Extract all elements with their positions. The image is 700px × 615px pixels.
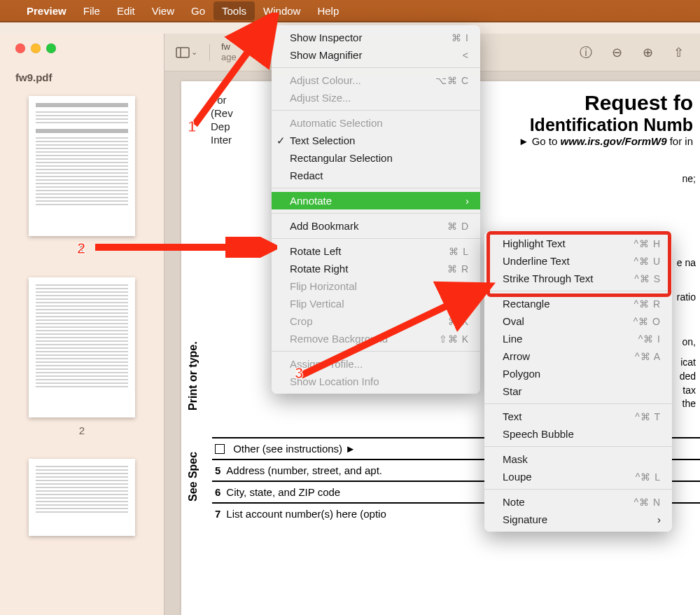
annotate-submenu: Highlight Text^⌘ HUnderline Text^⌘ UStri… — [484, 231, 672, 532]
menu-item-label: Oval — [503, 315, 524, 327]
annotate-item-signature[interactable]: Signature› — [484, 511, 672, 528]
share-button[interactable]: ⇧ — [666, 43, 690, 62]
menu-view[interactable]: View — [144, 1, 183, 20]
document-filename: fw9.pdf — [8, 69, 155, 96]
annotate-item-text[interactable]: Text^⌘ T — [484, 408, 672, 425]
shortcut-label: ^⌘ U — [617, 256, 661, 267]
tools-item-show-magnifier[interactable]: Show Magnifier< — [272, 46, 480, 64]
menu-item-label: Highlight Text — [503, 237, 566, 249]
annotate-item-rectangle[interactable]: Rectangle^⌘ R — [484, 295, 672, 312]
menu-item-label: Rotate Right — [290, 263, 348, 275]
menu-file[interactable]: File — [75, 1, 108, 20]
thumbnail-2-number: 2 — [8, 424, 155, 436]
tools-item-remove-background: Remove Background⇧⌘ K — [272, 330, 480, 347]
annotate-item-oval[interactable]: Oval^⌘ O — [484, 312, 672, 330]
tools-item-adjust-size-: Adjust Size... — [272, 89, 480, 106]
shortcut-label: ^⌘ A — [618, 351, 661, 362]
tools-item-adjust-colour-: Adjust Colour...⌥⌘ C — [272, 71, 480, 89]
menu-item-label: Text Selection — [290, 134, 355, 146]
annotate-item-loupe[interactable]: Loupe^⌘ L — [484, 468, 672, 485]
annotate-item-highlight-text[interactable]: Highlight Text^⌘ H — [484, 235, 672, 252]
thumbnail-3[interactable] — [8, 459, 155, 536]
annotate-item-strike-through-text[interactable]: Strike Through Text^⌘ S — [484, 270, 672, 287]
shortcut-label: ⇧⌘ K — [422, 333, 469, 345]
form-title-1: Request fo — [519, 91, 700, 115]
menu-item-label: Adjust Size... — [290, 92, 351, 104]
menu-item-label: Automatic Selection — [290, 117, 383, 129]
sidebar-icon — [176, 47, 190, 58]
shortcut-label: ⌘ R — [430, 263, 469, 275]
shortcut-label: ⌥⌘ C — [419, 75, 469, 86]
info-button[interactable]: ⓘ — [574, 43, 598, 62]
vertical-label-print: Print or type. — [187, 341, 200, 410]
minimize-window-button[interactable] — [31, 43, 41, 53]
tools-item-show-inspector[interactable]: Show Inspector⌘ I — [272, 29, 480, 46]
menu-item-label: Rectangular Selection — [290, 152, 393, 164]
shortcut-label: ^⌘ S — [617, 273, 661, 284]
annotate-item-underline-text[interactable]: Underline Text^⌘ U — [484, 252, 672, 270]
tools-item-crop: Crop⌘ K — [272, 312, 480, 330]
menu-item-label: Strike Through Text — [503, 272, 594, 284]
zoom-in-button[interactable]: ⊕ — [636, 43, 659, 62]
menu-item-label: Loupe — [503, 471, 532, 483]
annotate-item-speech-bubble[interactable]: Speech Bubble — [484, 425, 672, 443]
vertical-label-see: See Spec — [187, 452, 200, 502]
menu-help[interactable]: Help — [309, 1, 347, 20]
zoom-window-button[interactable] — [46, 43, 56, 53]
form-title-2: Identification Numb — [519, 115, 700, 135]
shortcut-label: ^⌘ H — [617, 238, 661, 249]
form-link-line: ► Go to www.irs.gov/FormW9 for in — [519, 135, 700, 147]
sidebar-toggle-button[interactable]: ⌄ — [174, 43, 198, 62]
tools-item-annotate[interactable]: Annotate› — [272, 192, 480, 209]
menu-item-label: Adjust Colour... — [290, 74, 361, 86]
tools-item-flip-vertical: Flip Vertical — [272, 295, 480, 312]
tools-item-rotate-left[interactable]: Rotate Left⌘ L — [272, 242, 480, 260]
menu-edit[interactable]: Edit — [108, 1, 144, 20]
zoom-out-button[interactable]: ⊖ — [605, 43, 629, 62]
shortcut-label: ⌘ D — [430, 221, 469, 232]
menu-item-label: Line — [503, 333, 522, 345]
close-window-button[interactable] — [15, 43, 25, 53]
shortcut-label: < — [446, 50, 469, 61]
menu-item-label: Crop — [290, 315, 313, 327]
window-controls — [8, 43, 155, 53]
annotate-item-mask[interactable]: Mask — [484, 450, 672, 468]
menu-item-label: Speech Bubble — [503, 428, 574, 440]
menu-item-label: Polygon — [503, 368, 540, 380]
thumbnail-1[interactable]: 1 — [8, 96, 155, 255]
chevron-down-icon: ⌄ — [191, 48, 197, 57]
tools-item-add-bookmark[interactable]: Add Bookmark⌘ D — [272, 217, 480, 235]
menu-tools[interactable]: Tools — [214, 1, 255, 20]
annotate-item-star[interactable]: Star — [484, 382, 672, 400]
menu-item-label: Show Inspector — [290, 32, 362, 43]
menu-item-label: Rotate Left — [290, 245, 341, 257]
chevron-right-icon: › — [449, 195, 469, 207]
tools-item-rectangular-selection[interactable]: Rectangular Selection — [272, 149, 480, 167]
menu-item-label: Flip Vertical — [290, 298, 344, 310]
annotate-item-note[interactable]: Note^⌘ N — [484, 493, 672, 511]
annotate-item-polygon[interactable]: Polygon — [484, 365, 672, 382]
zoom-out-icon: ⊖ — [612, 45, 622, 60]
tools-item-rotate-right[interactable]: Rotate Right⌘ R — [272, 260, 480, 277]
annotate-item-line[interactable]: Line^⌘ I — [484, 330, 672, 347]
tools-item-text-selection[interactable]: ✓Text Selection — [272, 132, 480, 149]
thumbnail-2[interactable]: 2 — [8, 277, 155, 436]
menu-item-label: Show Magnifier — [290, 49, 362, 61]
tools-item-automatic-selection: Automatic Selection — [272, 114, 480, 132]
shortcut-label: ^⌘ L — [619, 471, 661, 483]
menu-item-label: Arrow — [503, 350, 530, 362]
tools-item-redact[interactable]: Redact — [272, 167, 480, 184]
zoom-in-icon: ⊕ — [643, 45, 653, 60]
shortcut-label: ⌘ I — [435, 32, 469, 43]
chevron-right-icon: › — [640, 513, 661, 525]
menu-preview[interactable]: Preview — [18, 1, 75, 20]
annotate-item-arrow[interactable]: Arrow^⌘ A — [484, 347, 672, 365]
menu-go[interactable]: Go — [183, 1, 214, 20]
checkbox-icon[interactable] — [215, 444, 225, 454]
menu-window[interactable]: Window — [255, 1, 309, 20]
menu-item-label: Text — [503, 410, 522, 422]
annotation-number-2: 2 — [77, 240, 85, 258]
form-label: For — [211, 94, 233, 106]
toolbar-title: fw age — [221, 42, 237, 62]
share-icon: ⇧ — [673, 45, 684, 60]
